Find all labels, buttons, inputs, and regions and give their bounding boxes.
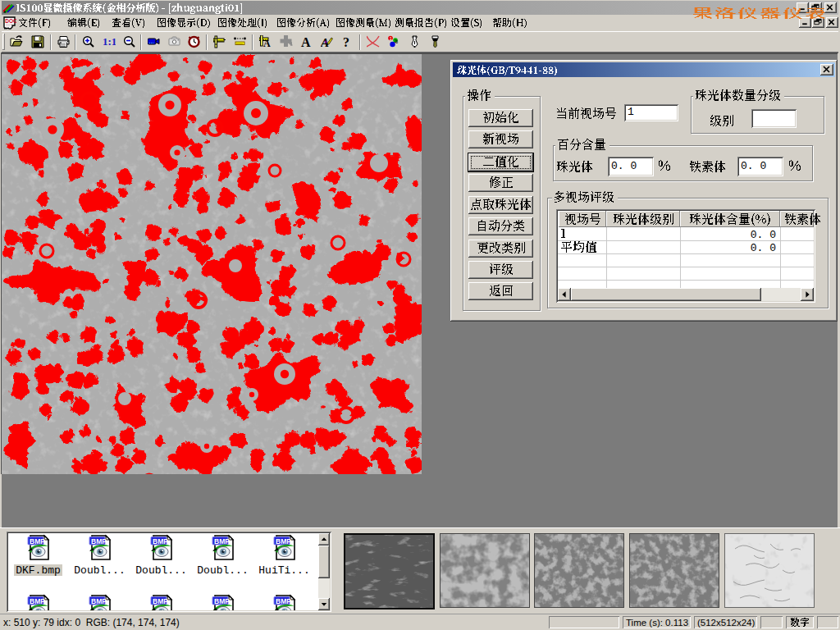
svg-text:DOC: DOC — [5, 18, 16, 24]
svg-text:1:1: 1:1 — [103, 35, 116, 48]
svg-text:?: ? — [343, 35, 349, 48]
svg-text:3: 3 — [395, 39, 398, 44]
svg-text:1: 1 — [390, 36, 392, 41]
svg-text:A: A — [263, 38, 271, 48]
svg-text:A: A — [301, 35, 311, 48]
